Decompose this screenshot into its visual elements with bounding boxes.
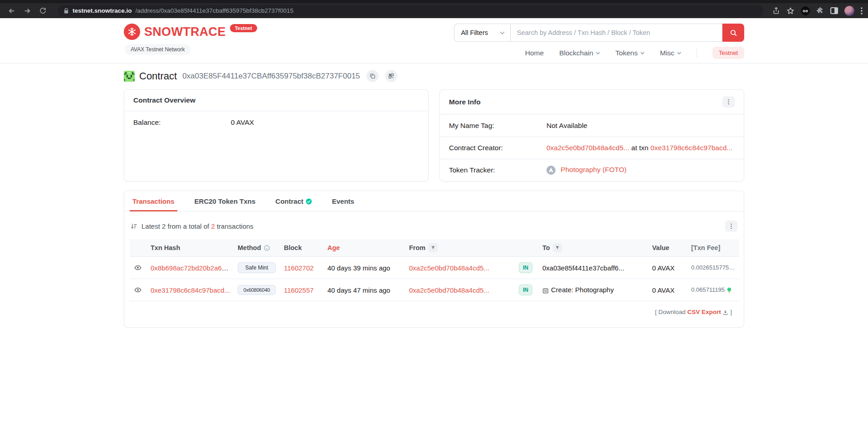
extension-owl-icon[interactable]: oo — [801, 6, 810, 15]
search-input[interactable] — [510, 24, 722, 42]
csv-export-link[interactable]: CSV Export — [687, 309, 721, 315]
contract-creator-row: Contract Creator: 0xa2c5e0bd70b48a4cd5..… — [440, 137, 744, 159]
direction-badge: IN — [519, 285, 532, 295]
download-icon — [722, 309, 728, 315]
tab-transactions[interactable]: Transactions — [130, 191, 177, 211]
col-age-toggle[interactable]: Age — [324, 239, 405, 257]
txn-fee-cell: 0.0026515775 — [688, 257, 739, 279]
info-icon[interactable] — [264, 245, 270, 251]
nav-item-blockchain[interactable]: Blockchain — [559, 49, 600, 57]
token-logo-icon — [546, 166, 556, 175]
browser-menu-button[interactable] — [861, 7, 863, 15]
transactions-card: Transactions ERC20 Token Txns Contract E… — [124, 191, 744, 328]
eye-icon — [134, 286, 141, 294]
share-button[interactable] — [772, 7, 780, 15]
table-row: 0x8b698ac72bd20b2a64... Safe Mint 116027… — [130, 257, 739, 279]
tab-contract[interactable]: Contract — [273, 191, 315, 211]
browser-back-button[interactable] — [5, 5, 18, 17]
back-icon — [8, 7, 16, 15]
kebab-menu-icon — [731, 223, 732, 229]
col-method: Method — [234, 239, 280, 257]
filter-select-value: All Filters — [461, 29, 488, 36]
browser-reload-button[interactable] — [36, 5, 49, 17]
more-info-card: More Info My Name Tag: Not Available Con… — [439, 89, 744, 182]
testnet-network-button[interactable]: Testnet — [712, 47, 744, 59]
copy-address-button[interactable] — [366, 70, 379, 82]
chevron-down-icon — [596, 52, 600, 54]
to-address: 0xa03e85f4411e37cbaff6... — [539, 257, 649, 279]
txn-hash-link[interactable]: 0x8b698ac72bd20b2a64... — [151, 264, 231, 272]
token-tracker-link[interactable]: Photography (FOTO) — [561, 166, 626, 173]
contract-doc-icon — [542, 288, 549, 294]
creator-address-link[interactable]: 0xa2c5e0bd70b48a4cd5... — [546, 144, 629, 152]
snowtrace-logo[interactable]: SNOWTRACE Testnet — [124, 24, 257, 40]
reload-icon — [39, 7, 47, 15]
gas-lightbulb-icon[interactable] — [727, 287, 732, 294]
sort-icon — [131, 223, 137, 230]
method-badge[interactable]: 0x60806040 — [238, 285, 276, 295]
kebab-menu-icon — [861, 7, 863, 15]
qr-code-button[interactable] — [385, 70, 397, 82]
chevron-down-icon — [500, 31, 505, 34]
preview-txn-button[interactable] — [133, 263, 142, 272]
block-link[interactable]: 11602557 — [284, 286, 314, 294]
profile-avatar[interactable] — [844, 6, 854, 16]
tab-erc20-token-txns[interactable]: ERC20 Token Txns — [192, 191, 258, 211]
nav-divider — [697, 48, 697, 58]
table-row: 0xe31798c6c84c97bacd... 0x60806040 11602… — [130, 279, 739, 301]
nav-item-home[interactable]: Home — [525, 49, 544, 57]
creator-txn-link[interactable]: 0xe31798c6c84c97bacd... — [650, 144, 732, 152]
kebab-menu-icon — [728, 99, 729, 105]
extensions-button[interactable] — [816, 7, 824, 15]
preview-txn-button[interactable] — [133, 285, 142, 294]
block-link[interactable]: 11602702 — [284, 264, 314, 272]
contract-overview-card: Contract Overview Balance: 0 AVAX — [124, 89, 429, 182]
from-address-link[interactable]: 0xa2c5e0bd70b48a4cd5... — [409, 286, 489, 294]
verified-check-icon — [306, 198, 312, 205]
transaction-count: 2 — [211, 222, 215, 230]
col-txn-fee: [Txn Fee] — [688, 239, 739, 257]
name-tag-label: My Name Tag: — [449, 122, 546, 130]
network-label[interactable]: AVAX Testnet Network — [125, 44, 190, 55]
col-to: To — [539, 239, 649, 257]
name-tag-value: Not Available — [546, 122, 587, 130]
tab-events[interactable]: Events — [329, 191, 357, 211]
logo-text: SNOWTRACE — [144, 24, 226, 40]
site-header: SNOWTRACE Testnet AVAX Testnet Network A… — [0, 18, 868, 64]
lock-icon — [63, 8, 69, 14]
copy-icon — [370, 73, 375, 79]
balance-value: 0 AVAX — [231, 118, 254, 127]
search-filter-select[interactable]: All Filters — [454, 24, 510, 42]
tab-bar: Transactions ERC20 Token Txns Contract E… — [124, 191, 744, 211]
bookmark-button[interactable] — [786, 7, 795, 15]
bookmark-star-icon — [786, 7, 795, 15]
side-panel-button[interactable] — [830, 7, 838, 14]
nav-item-tokens[interactable]: Tokens — [615, 49, 644, 57]
txn-hash-link[interactable]: 0xe31798c6c84c97bacd... — [151, 286, 230, 294]
to-filter-button[interactable] — [553, 243, 562, 252]
more-info-menu-button[interactable] — [722, 96, 735, 108]
from-filter-button[interactable] — [428, 243, 438, 252]
main-nav: Home Blockchain Tokens Misc Testnet — [525, 47, 744, 59]
balance-row: Balance: 0 AVAX — [124, 111, 428, 133]
overview-card-title: Contract Overview — [133, 96, 195, 104]
window-top-strip — [0, 0, 868, 3]
table-menu-button[interactable] — [725, 221, 737, 232]
method-badge[interactable]: Safe Mint — [238, 262, 276, 273]
address-bar[interactable]: testnet.snowtrace.io/address/0xa03e85f44… — [58, 5, 763, 17]
chevron-down-icon — [640, 52, 644, 54]
token-tracker-row: Token Tracker: Photography (FOTO) — [440, 159, 744, 181]
browser-forward-button[interactable] — [21, 5, 34, 17]
qr-code-icon — [388, 73, 394, 79]
balance-label: Balance: — [133, 118, 231, 127]
logo-testnet-badge: Testnet — [230, 24, 257, 32]
browser-chrome: testnet.snowtrace.io/address/0xa03e85f44… — [0, 0, 868, 18]
transactions-table: Txn Hash Method Block Age From — [130, 239, 739, 301]
contract-address: 0xa03E85F4411e37CBAff635975bf38cB2737F00… — [182, 72, 360, 81]
col-txn-hash: Txn Hash — [147, 239, 234, 257]
nav-item-misc[interactable]: Misc — [660, 49, 681, 57]
table-header-row: Txn Hash Method Block Age From — [130, 239, 739, 257]
search-button[interactable] — [722, 24, 744, 42]
from-address-link[interactable]: 0xa2c5e0bd70b48a4cd5... — [409, 264, 489, 272]
creator-at-txn-text: at txn — [631, 144, 649, 152]
